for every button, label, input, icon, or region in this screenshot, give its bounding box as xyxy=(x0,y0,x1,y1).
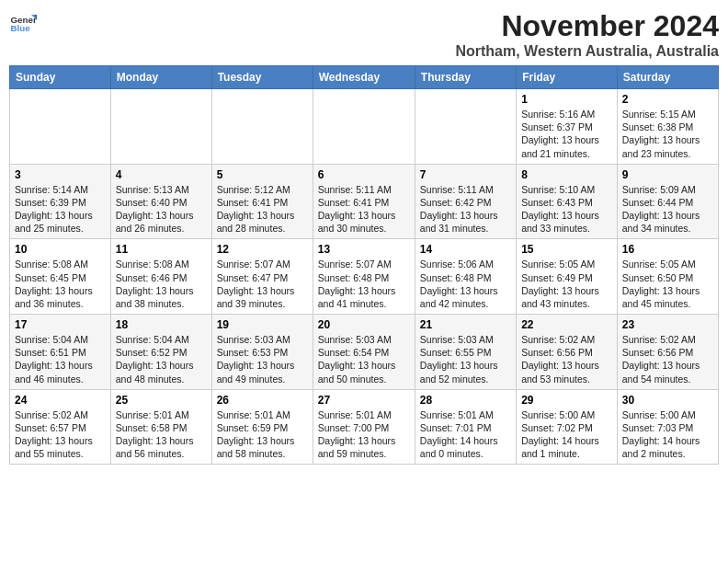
weekday-friday: Friday xyxy=(517,66,618,89)
logo-icon: General Blue xyxy=(9,9,37,37)
calendar: SundayMondayTuesdayWednesdayThursdayFrid… xyxy=(9,65,719,465)
day-info: Sunrise: 5:02 AM Sunset: 6:57 PM Dayligh… xyxy=(15,408,106,461)
day-info: Sunrise: 5:11 AM Sunset: 6:42 PM Dayligh… xyxy=(420,183,511,236)
day-info: Sunrise: 5:12 AM Sunset: 6:41 PM Dayligh… xyxy=(217,183,308,236)
day-number: 10 xyxy=(15,243,106,256)
day-info: Sunrise: 5:09 AM Sunset: 6:44 PM Dayligh… xyxy=(622,183,713,236)
day-info: Sunrise: 5:04 AM Sunset: 6:51 PM Dayligh… xyxy=(15,333,106,385)
day-info: Sunrise: 5:13 AM Sunset: 6:40 PM Dayligh… xyxy=(116,183,207,236)
calendar-cell: 23Sunrise: 5:02 AM Sunset: 6:56 PM Dayli… xyxy=(617,315,718,390)
week-row-3: 10Sunrise: 5:08 AM Sunset: 6:45 PM Dayli… xyxy=(10,239,719,315)
day-number: 5 xyxy=(217,168,308,181)
calendar-cell: 17Sunrise: 5:04 AM Sunset: 6:51 PM Dayli… xyxy=(10,315,111,390)
day-number: 3 xyxy=(15,168,106,181)
day-number: 6 xyxy=(318,168,410,181)
day-number: 23 xyxy=(622,318,713,331)
calendar-cell: 18Sunrise: 5:04 AM Sunset: 6:52 PM Dayli… xyxy=(110,315,211,390)
day-info: Sunrise: 5:03 AM Sunset: 6:53 PM Dayligh… xyxy=(217,333,308,385)
weekday-thursday: Thursday xyxy=(415,66,516,89)
day-info: Sunrise: 5:01 AM Sunset: 6:59 PM Dayligh… xyxy=(217,408,308,461)
day-number: 21 xyxy=(420,318,511,331)
day-number: 25 xyxy=(116,394,207,407)
month-title: November 2024 xyxy=(455,9,719,43)
day-info: Sunrise: 5:08 AM Sunset: 6:46 PM Dayligh… xyxy=(116,258,207,310)
calendar-cell: 15Sunrise: 5:05 AM Sunset: 6:49 PM Dayli… xyxy=(517,239,618,315)
calendar-cell: 21Sunrise: 5:03 AM Sunset: 6:55 PM Dayli… xyxy=(415,315,516,390)
location-title: Northam, Western Australia, Australia xyxy=(455,43,719,60)
day-info: Sunrise: 5:03 AM Sunset: 6:54 PM Dayligh… xyxy=(318,333,410,385)
day-number: 12 xyxy=(217,243,308,256)
calendar-cell: 22Sunrise: 5:02 AM Sunset: 6:56 PM Dayli… xyxy=(517,315,618,390)
day-number: 27 xyxy=(318,394,410,407)
calendar-cell: 9Sunrise: 5:09 AM Sunset: 6:44 PM Daylig… xyxy=(617,164,718,239)
calendar-cell: 8Sunrise: 5:10 AM Sunset: 6:43 PM Daylig… xyxy=(517,164,618,239)
day-info: Sunrise: 5:04 AM Sunset: 6:52 PM Dayligh… xyxy=(116,333,207,385)
day-info: Sunrise: 5:15 AM Sunset: 6:38 PM Dayligh… xyxy=(622,108,713,160)
week-row-1: 1Sunrise: 5:16 AM Sunset: 6:37 PM Daylig… xyxy=(10,89,719,165)
day-number: 13 xyxy=(318,243,410,256)
calendar-cell: 10Sunrise: 5:08 AM Sunset: 6:45 PM Dayli… xyxy=(10,239,111,315)
day-number: 22 xyxy=(521,318,612,331)
day-number: 18 xyxy=(116,318,207,331)
day-number: 14 xyxy=(420,243,511,256)
weekday-sunday: Sunday xyxy=(10,66,111,89)
title-area: November 2024 Northam, Western Australia… xyxy=(455,9,719,60)
weekday-header-row: SundayMondayTuesdayWednesdayThursdayFrid… xyxy=(10,66,719,89)
calendar-cell: 7Sunrise: 5:11 AM Sunset: 6:42 PM Daylig… xyxy=(415,164,516,239)
day-info: Sunrise: 5:16 AM Sunset: 6:37 PM Dayligh… xyxy=(521,108,612,160)
day-number: 17 xyxy=(15,318,106,331)
week-row-2: 3Sunrise: 5:14 AM Sunset: 6:39 PM Daylig… xyxy=(10,164,719,239)
day-number: 4 xyxy=(116,168,207,181)
calendar-cell xyxy=(415,89,516,165)
calendar-cell: 6Sunrise: 5:11 AM Sunset: 6:41 PM Daylig… xyxy=(313,164,415,239)
week-row-5: 24Sunrise: 5:02 AM Sunset: 6:57 PM Dayli… xyxy=(10,389,719,465)
day-number: 1 xyxy=(521,93,612,106)
day-info: Sunrise: 5:02 AM Sunset: 6:56 PM Dayligh… xyxy=(622,333,713,385)
calendar-cell: 12Sunrise: 5:07 AM Sunset: 6:47 PM Dayli… xyxy=(211,239,313,315)
day-number: 28 xyxy=(420,394,511,407)
calendar-cell: 2Sunrise: 5:15 AM Sunset: 6:38 PM Daylig… xyxy=(617,89,718,165)
calendar-cell: 14Sunrise: 5:06 AM Sunset: 6:48 PM Dayli… xyxy=(415,239,516,315)
calendar-body: 1Sunrise: 5:16 AM Sunset: 6:37 PM Daylig… xyxy=(10,89,719,465)
calendar-cell xyxy=(10,89,111,165)
day-number: 20 xyxy=(318,318,410,331)
day-info: Sunrise: 5:00 AM Sunset: 7:03 PM Dayligh… xyxy=(622,408,713,461)
day-number: 16 xyxy=(622,243,713,256)
weekday-tuesday: Tuesday xyxy=(211,66,313,89)
day-number: 8 xyxy=(521,168,612,181)
day-number: 7 xyxy=(420,168,511,181)
day-number: 2 xyxy=(622,93,713,106)
calendar-cell: 27Sunrise: 5:01 AM Sunset: 7:00 PM Dayli… xyxy=(313,389,415,465)
calendar-cell: 5Sunrise: 5:12 AM Sunset: 6:41 PM Daylig… xyxy=(211,164,313,239)
svg-text:Blue: Blue xyxy=(11,23,31,33)
calendar-cell xyxy=(110,89,211,165)
day-number: 26 xyxy=(217,394,308,407)
calendar-cell: 28Sunrise: 5:01 AM Sunset: 7:01 PM Dayli… xyxy=(415,389,516,465)
logo: General Blue xyxy=(9,9,37,37)
day-info: Sunrise: 5:10 AM Sunset: 6:43 PM Dayligh… xyxy=(521,183,612,236)
day-info: Sunrise: 5:03 AM Sunset: 6:55 PM Dayligh… xyxy=(420,333,511,385)
day-info: Sunrise: 5:06 AM Sunset: 6:48 PM Dayligh… xyxy=(420,258,511,310)
calendar-cell: 20Sunrise: 5:03 AM Sunset: 6:54 PM Dayli… xyxy=(313,315,415,390)
day-info: Sunrise: 5:01 AM Sunset: 6:58 PM Dayligh… xyxy=(116,408,207,461)
day-info: Sunrise: 5:07 AM Sunset: 6:48 PM Dayligh… xyxy=(318,258,410,310)
day-number: 19 xyxy=(217,318,308,331)
weekday-monday: Monday xyxy=(110,66,211,89)
day-info: Sunrise: 5:01 AM Sunset: 7:00 PM Dayligh… xyxy=(318,408,410,461)
day-info: Sunrise: 5:02 AM Sunset: 6:56 PM Dayligh… xyxy=(521,333,612,385)
weekday-wednesday: Wednesday xyxy=(313,66,415,89)
day-info: Sunrise: 5:11 AM Sunset: 6:41 PM Dayligh… xyxy=(318,183,410,236)
calendar-cell: 29Sunrise: 5:00 AM Sunset: 7:02 PM Dayli… xyxy=(517,389,618,465)
calendar-cell: 26Sunrise: 5:01 AM Sunset: 6:59 PM Dayli… xyxy=(211,389,313,465)
day-number: 24 xyxy=(15,394,106,407)
header: General Blue November 2024 Northam, West… xyxy=(9,9,719,60)
week-row-4: 17Sunrise: 5:04 AM Sunset: 6:51 PM Dayli… xyxy=(10,315,719,390)
day-number: 29 xyxy=(521,394,612,407)
calendar-cell: 4Sunrise: 5:13 AM Sunset: 6:40 PM Daylig… xyxy=(110,164,211,239)
weekday-saturday: Saturday xyxy=(617,66,718,89)
calendar-cell: 24Sunrise: 5:02 AM Sunset: 6:57 PM Dayli… xyxy=(10,389,111,465)
calendar-cell: 16Sunrise: 5:05 AM Sunset: 6:50 PM Dayli… xyxy=(617,239,718,315)
day-info: Sunrise: 5:05 AM Sunset: 6:49 PM Dayligh… xyxy=(521,258,612,310)
calendar-cell: 11Sunrise: 5:08 AM Sunset: 6:46 PM Dayli… xyxy=(110,239,211,315)
day-info: Sunrise: 5:08 AM Sunset: 6:45 PM Dayligh… xyxy=(15,258,106,310)
